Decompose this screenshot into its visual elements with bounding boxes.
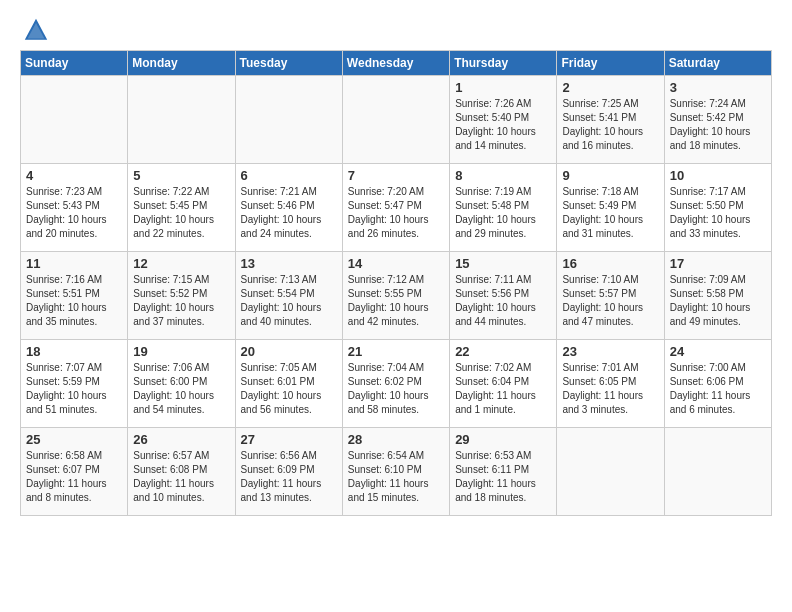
day-number: 20 [241, 344, 337, 359]
day-info: Sunrise: 7:06 AMSunset: 6:00 PMDaylight:… [133, 361, 229, 417]
day-info: Sunrise: 7:10 AMSunset: 5:57 PMDaylight:… [562, 273, 658, 329]
day-info: Sunrise: 7:20 AMSunset: 5:47 PMDaylight:… [348, 185, 444, 241]
calendar-cell: 14Sunrise: 7:12 AMSunset: 5:55 PMDayligh… [342, 252, 449, 340]
day-number: 19 [133, 344, 229, 359]
day-info: Sunrise: 7:09 AMSunset: 5:58 PMDaylight:… [670, 273, 766, 329]
day-number: 8 [455, 168, 551, 183]
calendar-cell: 6Sunrise: 7:21 AMSunset: 5:46 PMDaylight… [235, 164, 342, 252]
calendar-cell: 26Sunrise: 6:57 AMSunset: 6:08 PMDayligh… [128, 428, 235, 516]
day-number: 16 [562, 256, 658, 271]
day-number: 15 [455, 256, 551, 271]
day-info: Sunrise: 7:23 AMSunset: 5:43 PMDaylight:… [26, 185, 122, 241]
calendar-body: 1Sunrise: 7:26 AMSunset: 5:40 PMDaylight… [21, 76, 772, 516]
calendar-cell [664, 428, 771, 516]
calendar-cell: 9Sunrise: 7:18 AMSunset: 5:49 PMDaylight… [557, 164, 664, 252]
day-number: 14 [348, 256, 444, 271]
page: SundayMondayTuesdayWednesdayThursdayFrid… [0, 0, 792, 532]
day-info: Sunrise: 6:53 AMSunset: 6:11 PMDaylight:… [455, 449, 551, 505]
day-number: 7 [348, 168, 444, 183]
header-cell-wednesday: Wednesday [342, 51, 449, 76]
calendar-cell: 21Sunrise: 7:04 AMSunset: 6:02 PMDayligh… [342, 340, 449, 428]
day-number: 13 [241, 256, 337, 271]
calendar-cell: 20Sunrise: 7:05 AMSunset: 6:01 PMDayligh… [235, 340, 342, 428]
day-number: 23 [562, 344, 658, 359]
calendar-cell: 7Sunrise: 7:20 AMSunset: 5:47 PMDaylight… [342, 164, 449, 252]
day-number: 25 [26, 432, 122, 447]
header-cell-friday: Friday [557, 51, 664, 76]
calendar-cell [557, 428, 664, 516]
header-row: SundayMondayTuesdayWednesdayThursdayFrid… [21, 51, 772, 76]
calendar-cell: 23Sunrise: 7:01 AMSunset: 6:05 PMDayligh… [557, 340, 664, 428]
calendar-cell: 17Sunrise: 7:09 AMSunset: 5:58 PMDayligh… [664, 252, 771, 340]
week-row-2: 4Sunrise: 7:23 AMSunset: 5:43 PMDaylight… [21, 164, 772, 252]
day-info: Sunrise: 7:19 AMSunset: 5:48 PMDaylight:… [455, 185, 551, 241]
day-number: 24 [670, 344, 766, 359]
day-info: Sunrise: 7:17 AMSunset: 5:50 PMDaylight:… [670, 185, 766, 241]
day-info: Sunrise: 7:13 AMSunset: 5:54 PMDaylight:… [241, 273, 337, 329]
calendar-cell: 1Sunrise: 7:26 AMSunset: 5:40 PMDaylight… [450, 76, 557, 164]
calendar-cell: 12Sunrise: 7:15 AMSunset: 5:52 PMDayligh… [128, 252, 235, 340]
calendar-cell: 10Sunrise: 7:17 AMSunset: 5:50 PMDayligh… [664, 164, 771, 252]
day-number: 26 [133, 432, 229, 447]
calendar-cell: 28Sunrise: 6:54 AMSunset: 6:10 PMDayligh… [342, 428, 449, 516]
calendar-cell [128, 76, 235, 164]
calendar-cell: 3Sunrise: 7:24 AMSunset: 5:42 PMDaylight… [664, 76, 771, 164]
day-info: Sunrise: 7:04 AMSunset: 6:02 PMDaylight:… [348, 361, 444, 417]
calendar-header: SundayMondayTuesdayWednesdayThursdayFrid… [21, 51, 772, 76]
header-cell-sunday: Sunday [21, 51, 128, 76]
calendar-cell: 22Sunrise: 7:02 AMSunset: 6:04 PMDayligh… [450, 340, 557, 428]
day-info: Sunrise: 7:07 AMSunset: 5:59 PMDaylight:… [26, 361, 122, 417]
calendar-cell: 25Sunrise: 6:58 AMSunset: 6:07 PMDayligh… [21, 428, 128, 516]
day-number: 22 [455, 344, 551, 359]
day-number: 29 [455, 432, 551, 447]
day-info: Sunrise: 6:56 AMSunset: 6:09 PMDaylight:… [241, 449, 337, 505]
day-info: Sunrise: 7:15 AMSunset: 5:52 PMDaylight:… [133, 273, 229, 329]
day-number: 9 [562, 168, 658, 183]
day-info: Sunrise: 6:58 AMSunset: 6:07 PMDaylight:… [26, 449, 122, 505]
calendar-cell [235, 76, 342, 164]
day-info: Sunrise: 7:21 AMSunset: 5:46 PMDaylight:… [241, 185, 337, 241]
day-number: 6 [241, 168, 337, 183]
calendar-cell: 27Sunrise: 6:56 AMSunset: 6:09 PMDayligh… [235, 428, 342, 516]
calendar-cell: 24Sunrise: 7:00 AMSunset: 6:06 PMDayligh… [664, 340, 771, 428]
calendar-cell: 16Sunrise: 7:10 AMSunset: 5:57 PMDayligh… [557, 252, 664, 340]
day-number: 11 [26, 256, 122, 271]
calendar-table: SundayMondayTuesdayWednesdayThursdayFrid… [20, 50, 772, 516]
day-info: Sunrise: 6:54 AMSunset: 6:10 PMDaylight:… [348, 449, 444, 505]
calendar-cell: 13Sunrise: 7:13 AMSunset: 5:54 PMDayligh… [235, 252, 342, 340]
day-number: 28 [348, 432, 444, 447]
day-info: Sunrise: 7:26 AMSunset: 5:40 PMDaylight:… [455, 97, 551, 153]
week-row-1: 1Sunrise: 7:26 AMSunset: 5:40 PMDaylight… [21, 76, 772, 164]
calendar-cell: 4Sunrise: 7:23 AMSunset: 5:43 PMDaylight… [21, 164, 128, 252]
day-number: 21 [348, 344, 444, 359]
day-number: 17 [670, 256, 766, 271]
day-info: Sunrise: 7:05 AMSunset: 6:01 PMDaylight:… [241, 361, 337, 417]
day-info: Sunrise: 7:22 AMSunset: 5:45 PMDaylight:… [133, 185, 229, 241]
week-row-5: 25Sunrise: 6:58 AMSunset: 6:07 PMDayligh… [21, 428, 772, 516]
calendar-cell: 11Sunrise: 7:16 AMSunset: 5:51 PMDayligh… [21, 252, 128, 340]
day-number: 2 [562, 80, 658, 95]
calendar-cell: 8Sunrise: 7:19 AMSunset: 5:48 PMDaylight… [450, 164, 557, 252]
day-info: Sunrise: 7:24 AMSunset: 5:42 PMDaylight:… [670, 97, 766, 153]
day-info: Sunrise: 7:16 AMSunset: 5:51 PMDaylight:… [26, 273, 122, 329]
logo-icon [22, 16, 50, 44]
header-cell-thursday: Thursday [450, 51, 557, 76]
day-info: Sunrise: 7:11 AMSunset: 5:56 PMDaylight:… [455, 273, 551, 329]
calendar-cell: 5Sunrise: 7:22 AMSunset: 5:45 PMDaylight… [128, 164, 235, 252]
day-number: 10 [670, 168, 766, 183]
calendar-cell: 2Sunrise: 7:25 AMSunset: 5:41 PMDaylight… [557, 76, 664, 164]
day-info: Sunrise: 7:25 AMSunset: 5:41 PMDaylight:… [562, 97, 658, 153]
calendar-cell: 19Sunrise: 7:06 AMSunset: 6:00 PMDayligh… [128, 340, 235, 428]
day-info: Sunrise: 7:18 AMSunset: 5:49 PMDaylight:… [562, 185, 658, 241]
day-number: 3 [670, 80, 766, 95]
day-info: Sunrise: 7:12 AMSunset: 5:55 PMDaylight:… [348, 273, 444, 329]
calendar-cell: 18Sunrise: 7:07 AMSunset: 5:59 PMDayligh… [21, 340, 128, 428]
day-info: Sunrise: 7:00 AMSunset: 6:06 PMDaylight:… [670, 361, 766, 417]
calendar-cell [21, 76, 128, 164]
week-row-4: 18Sunrise: 7:07 AMSunset: 5:59 PMDayligh… [21, 340, 772, 428]
day-number: 18 [26, 344, 122, 359]
calendar-cell [342, 76, 449, 164]
header [20, 16, 772, 44]
week-row-3: 11Sunrise: 7:16 AMSunset: 5:51 PMDayligh… [21, 252, 772, 340]
day-number: 1 [455, 80, 551, 95]
